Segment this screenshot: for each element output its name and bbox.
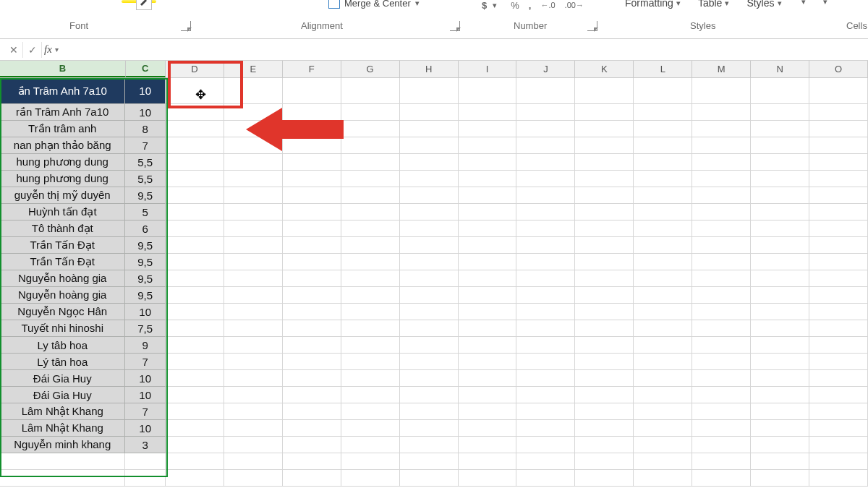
cell-empty[interactable] (634, 221, 692, 237)
cell-empty[interactable] (166, 221, 224, 237)
cell-empty[interactable] (283, 137, 341, 154)
cell-name[interactable]: Đái Gia Huy (0, 387, 125, 403)
cell-empty[interactable] (341, 354, 400, 370)
cell-empty[interactable] (809, 420, 868, 437)
cell-empty[interactable] (692, 104, 751, 121)
cell-empty[interactable] (224, 403, 283, 420)
cell-empty[interactable] (634, 104, 692, 121)
cell-empty[interactable] (751, 403, 809, 420)
cell-name[interactable]: guyễn thị mỹ duyên (0, 187, 125, 204)
cell-empty[interactable] (459, 320, 517, 337)
table-row[interactable]: Nguyễn Ngọc Hân10 (0, 304, 868, 320)
cell-empty[interactable] (459, 437, 517, 453)
cell-empty[interactable] (634, 387, 692, 403)
table-row[interactable]: Lâm Nhật Khang10 (0, 420, 868, 437)
col-header-N[interactable]: N (751, 61, 809, 77)
cell-empty[interactable] (341, 287, 400, 304)
cell-empty[interactable] (283, 354, 341, 370)
cell-empty[interactable] (751, 420, 809, 437)
table-row[interactable]: ần Trâm Anh 7a1010 (0, 78, 868, 104)
cell-empty[interactable] (692, 237, 751, 254)
cell-empty[interactable] (459, 370, 517, 387)
cell-score[interactable]: 10 (125, 78, 165, 104)
cell-empty[interactable] (166, 354, 224, 370)
table-row[interactable]: nan phạn thảo băng7 (0, 137, 868, 154)
cell-empty[interactable] (166, 187, 224, 204)
cell-empty[interactable] (692, 221, 751, 237)
cell-empty[interactable] (751, 370, 809, 387)
cell-empty[interactable] (283, 254, 341, 270)
cell-empty[interactable] (516, 420, 575, 437)
table-row[interactable]: Nguyễn hoàng gia9,5 (0, 270, 868, 287)
cell-empty[interactable] (751, 204, 809, 221)
cell-score[interactable]: 6 (125, 221, 165, 237)
cell-score[interactable]: 7 (125, 137, 165, 154)
cell-empty[interactable] (400, 154, 459, 171)
cell-empty[interactable] (575, 121, 634, 137)
col-header-B[interactable]: B (0, 61, 126, 77)
cell-empty[interactable] (809, 320, 868, 337)
col-header-M[interactable]: M (692, 61, 751, 77)
cell-empty[interactable] (751, 121, 809, 137)
cell-empty[interactable] (751, 337, 809, 354)
cell-empty[interactable] (224, 104, 283, 121)
cell-empty[interactable] (224, 387, 283, 403)
cell-empty[interactable] (341, 187, 400, 204)
cell-empty[interactable] (166, 437, 224, 453)
cell-empty[interactable] (166, 304, 224, 320)
cell-empty[interactable] (575, 104, 634, 121)
cell-empty[interactable] (166, 237, 224, 254)
table-row[interactable]: Nguyễn hoàng gia9,5 (0, 287, 868, 304)
cell-empty[interactable] (166, 137, 224, 154)
cell-empty[interactable] (166, 420, 224, 437)
cell-name[interactable]: Lý tân hoa (0, 354, 125, 370)
dialog-launcher-icon[interactable] (181, 21, 191, 31)
cell-empty[interactable] (692, 354, 751, 370)
cell-score[interactable]: 9 (125, 337, 165, 354)
cell-empty[interactable] (751, 304, 809, 320)
cell-score[interactable]: 9,5 (125, 270, 165, 287)
col-header-K[interactable]: K (575, 61, 634, 77)
col-header-E[interactable]: E (224, 61, 283, 77)
comma-button[interactable]: , (524, 0, 536, 13)
cell-empty[interactable] (283, 420, 341, 437)
cell-score[interactable]: 9,5 (125, 237, 165, 254)
cell-empty[interactable] (516, 221, 575, 237)
cell-empty[interactable] (575, 78, 634, 104)
cell-empty[interactable] (224, 370, 283, 387)
cell-empty[interactable] (224, 137, 283, 154)
cell-empty[interactable] (809, 304, 868, 320)
cell-empty[interactable] (575, 254, 634, 270)
cell-empty[interactable] (283, 337, 341, 354)
cell-empty[interactable] (400, 354, 459, 370)
cell-empty[interactable] (809, 354, 868, 370)
cell-empty[interactable] (809, 254, 868, 270)
cell-empty[interactable] (809, 387, 868, 403)
cell-empty[interactable] (224, 187, 283, 204)
confirm-button[interactable]: ✓ (23, 42, 42, 58)
cell-empty[interactable] (692, 387, 751, 403)
cell-empty[interactable] (459, 104, 517, 121)
cell-empty[interactable] (283, 121, 341, 137)
cell-empty[interactable] (283, 204, 341, 221)
cell-empty[interactable] (516, 154, 575, 171)
cell-name[interactable]: Lâm Nhật Khang (0, 403, 125, 420)
cell-empty[interactable] (634, 137, 692, 154)
cell-empty[interactable] (751, 354, 809, 370)
cell-empty[interactable] (400, 121, 459, 137)
cell-empty[interactable] (575, 270, 634, 287)
cell-empty[interactable] (341, 237, 400, 254)
cell-empty[interactable] (516, 137, 575, 154)
cell-score[interactable]: 10 (125, 370, 165, 387)
cell-empty[interactable] (166, 270, 224, 287)
cell-empty[interactable] (692, 171, 751, 187)
fx-button[interactable]: fx▾ (42, 42, 61, 58)
cell-empty[interactable] (341, 204, 400, 221)
cell-score[interactable]: 10 (125, 104, 165, 121)
cell-empty[interactable] (809, 221, 868, 237)
table-row[interactable]: Lâm Nhật Khang7 (0, 403, 868, 420)
formula-input[interactable] (61, 39, 868, 60)
cell-empty[interactable] (341, 78, 400, 104)
cell-empty[interactable] (166, 403, 224, 420)
cell-empty[interactable] (634, 304, 692, 320)
